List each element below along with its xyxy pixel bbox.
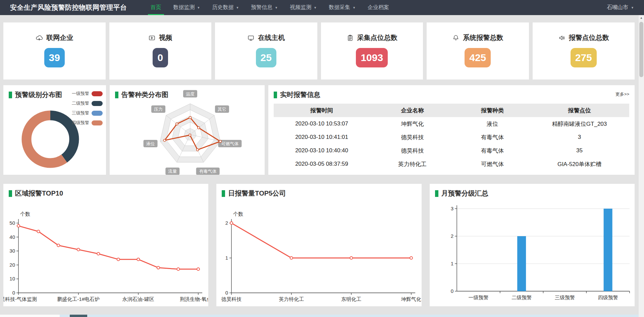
nav-item-label: 视频监测 [290,4,311,11]
scrollbar-thumb[interactable] [639,22,643,77]
svg-text:3: 3 [450,206,453,211]
alarm-table: 报警时间企业名称报警种类报警点位 2020-03-10 10:53:07坤辉气化… [274,104,629,171]
svg-text:四级预警: 四级预警 [598,295,618,300]
alarm-cell: 35 [530,147,629,154]
stat-value-badge: 0 [153,48,168,67]
stat-value-badge: 25 [256,48,276,67]
alarm-cell: 可燃气体 [455,160,530,168]
more-link[interactable]: 更多>> [615,91,629,97]
nav-item-首页[interactable]: 首页 [145,0,167,15]
chevron-down-icon: ▼ [197,6,200,9]
svg-text:2: 2 [450,233,453,239]
panel-alarm-type: 告警种类分布图 温度其它可燃气体有毒气体流量液位压力 [110,85,265,175]
cloud-icon [36,34,43,42]
svg-text:50: 50 [9,220,15,226]
nav-item-视频监测[interactable]: 视频监测▼ [284,0,323,15]
alarm-cell: 2020-03-10 10:40:40 [274,147,370,154]
legend-item-二级预警[interactable]: 二级预警 [72,100,103,106]
alarm-cell: 坤辉气化 [370,120,455,128]
title-marker [9,92,12,98]
nav-item-label: 预警信息 [251,4,272,11]
table-row[interactable]: 2020-03-10 10:40:40德昊科技有毒气体35 [274,144,629,157]
footer-segment-dark [70,315,87,317]
svg-text:40: 40 [9,234,15,240]
svg-text:德昊科技: 德昊科技 [221,296,241,302]
alarm-cell: GIA-520单体贮槽 [530,160,629,168]
alarm-col-header: 企业名称 [370,107,455,114]
svg-text:二级预警: 二级预警 [512,295,532,300]
table-row[interactable]: 2020-03-10 10:53:07坤辉气化液位精醇南罐液位GT_203 [274,117,629,130]
legend-swatch [92,111,103,116]
region-top10-line-chart[interactable]: 01020304050个数昊科技-气体监测鹏盛化工-1#电石炉永润石油-罐区荆洪… [3,184,208,306]
region-label: 石嘴山市 [607,4,628,11]
stat-label: 在线主机 [258,33,285,42]
stat-card-head: 采集点位总数 [346,33,397,42]
dashboard: 联网企业39视频0在线主机25采集点位总数1093系统报警总数425报警点位总数… [0,15,644,306]
nav-item-数据采集[interactable]: 数据采集▼ [323,0,362,15]
title-marker [9,190,12,197]
nav-item-历史数据[interactable]: 历史数据▼ [206,0,245,15]
stat-card-head: 视频 [148,33,172,42]
alarm-cell: 2020-03-10 10:53:07 [274,120,370,127]
donut-legend: 一级预警二级预警三级预警四级预警 [72,91,103,129]
alarm-cell: 德昊科技 [370,134,455,141]
chevron-down-icon: ▼ [275,6,278,9]
svg-text:0: 0 [450,288,453,294]
svg-text:个数: 个数 [20,211,30,217]
title-marker [115,92,118,98]
footer-strip [0,315,644,317]
svg-text:0: 0 [12,290,15,296]
monthly-summary-bar-chart[interactable]: 0123一级预警二级预警三级预警四级预警 [430,184,635,306]
table-row[interactable]: 2020-03-05 08:37:59英力特化工可燃气体GIA-520单体贮槽 [274,157,629,171]
svg-text:可燃气体: 可燃气体 [221,141,238,146]
daily-top5-line-chart[interactable]: 012个数德昊科技英力特化工东明化工坤辉气化 [216,184,421,306]
legend-swatch [92,120,103,125]
alarm-cell: 有毒气体 [455,147,530,155]
stat-card-在线主机: 在线主机25 [215,22,317,80]
speaker-icon [558,34,566,42]
nav-item-预警信息[interactable]: 预警信息▼ [245,0,284,15]
svg-text:荆洪生物-氧化反: 荆洪生物-氧化反 [180,296,208,302]
stat-label: 联网企业 [46,33,73,42]
title-marker [274,92,277,98]
stat-card-head: 系统报警总数 [452,33,503,42]
nav-item-企业档案[interactable]: 企业档案 [362,0,395,15]
legend-label: 三级预警 [72,110,89,116]
stat-label: 系统报警总数 [463,33,503,42]
svg-text:0: 0 [225,290,228,296]
panel-warning-level: 预警级别分布图 一级预警二级预警三级预警四级预警 [3,85,106,175]
chevron-down-icon: ▼ [236,6,239,9]
page-scrollbar[interactable]: ▲ [639,15,644,317]
alarm-table-header: 报警时间企业名称报警种类报警点位 [274,104,629,117]
legend-item-一级预警[interactable]: 一级预警 [72,91,103,97]
svg-text:10: 10 [9,276,15,281]
svg-text:20: 20 [9,262,15,268]
app-title: 安全生产风险预警防控物联网管理平台 [10,3,127,12]
alarm-col-header: 报警种类 [455,107,530,114]
legend-label: 二级预警 [72,100,89,106]
svg-text:2: 2 [225,220,228,226]
title-marker [435,190,438,197]
alarm-col-header: 报警时间 [274,107,370,114]
legend-item-三级预警[interactable]: 三级预警 [72,110,103,116]
nav-item-label: 首页 [151,4,161,11]
bell-icon [452,34,460,42]
top-nav: 安全生产风险预警防控物联网管理平台 首页数据监测▼历史数据▼预警信息▼视频监测▼… [0,0,644,15]
stat-card-报警点位总数: 报警点位总数275 [533,22,635,80]
alarm-cell: 德昊科技 [370,147,455,155]
region-selector[interactable]: 石嘴山市 ▼ [607,4,634,11]
svg-text:1: 1 [225,255,228,261]
svg-text:英力特化工: 英力特化工 [279,296,304,302]
panel-alarm-type-title: 告警种类分布图 [110,85,265,99]
legend-item-四级预警[interactable]: 四级预警 [72,120,103,126]
nav-item-数据监测[interactable]: 数据监测▼ [167,0,206,15]
video-icon [148,34,156,42]
panel-daily-top5-title: 日报警量TOP5公司 [216,184,421,198]
scroll-up-icon[interactable]: ▲ [639,15,644,20]
table-row[interactable]: 2020-03-10 10:41:01德昊科技有毒气体3 [274,130,629,144]
panel-realtime-alarms-title: 实时报警信息 [268,85,635,99]
chevron-down-icon: ▼ [314,6,317,9]
svg-text:有毒气体: 有毒气体 [199,169,217,174]
svg-text:其它: 其它 [218,107,226,112]
stat-card-采集点位总数: 采集点位总数1093 [321,22,423,80]
